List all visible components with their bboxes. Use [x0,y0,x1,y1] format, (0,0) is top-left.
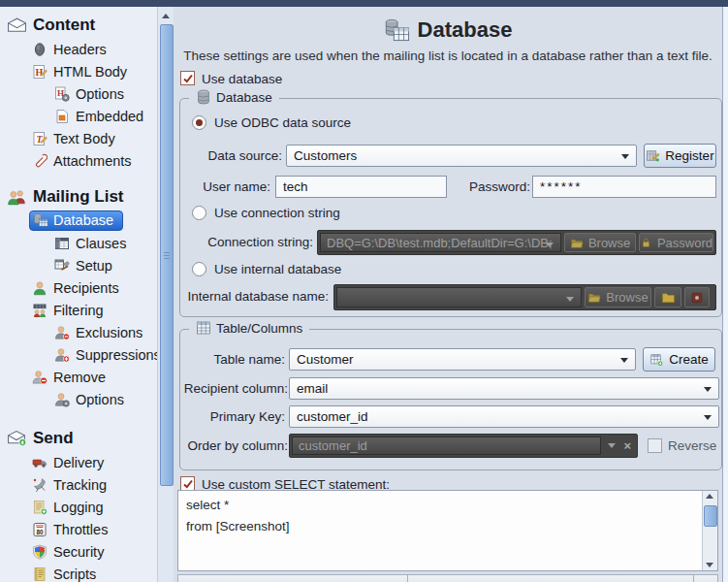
folder-open-icon [570,237,584,249]
password-button-label: Password [657,236,712,250]
section-label: Send [33,429,74,448]
view-results-button[interactable]: View Results [408,575,694,582]
sql-scrollbar[interactable] [702,491,717,570]
paperclip-icon [32,153,47,169]
sidebar-item-remove-options[interactable]: Options [0,388,157,410]
chevron-up-icon[interactable] [706,494,713,499]
item-label: Embedded [76,109,143,124]
sidebar-section-content[interactable]: Content [0,13,157,38]
table-name-combobox[interactable]: Customer [289,348,636,371]
register-button-label: Register [665,148,713,163]
scroll-up-button[interactable] [159,9,173,22]
register-button[interactable]: Register [644,144,716,168]
recipient-column-combobox[interactable]: email [289,377,719,400]
data-source-combobox[interactable]: Customers [286,145,637,167]
table-name-value: Customer [297,352,354,367]
sidebar-item-scripts[interactable]: Scripts [0,563,157,582]
sidebar-item-delivery[interactable]: Delivery [0,451,157,473]
data-source-label: Data source: [194,145,282,167]
use-database-label: Use database [202,72,282,86]
chevron-down-icon[interactable] [706,563,713,567]
person-green-icon [32,280,47,296]
primary-key-combobox[interactable]: customer_id [289,405,719,428]
head-bust-icon [32,42,47,57]
sidebar-item-embedded[interactable]: Embedded [0,105,157,127]
bottom-button-bar: "#" Insert Column View Results = [177,574,718,582]
internal-database-radio[interactable] [192,262,206,276]
folder-button-disabled [654,287,681,307]
sidebar-item-setup[interactable]: Setup [0,254,157,276]
connection-string-label: Connection string: [188,231,313,253]
sidebar-item-headers[interactable]: Headers [0,38,157,60]
insert-column-button[interactable]: "#" Insert Column [178,575,408,582]
chevron-down-icon[interactable] [704,415,712,420]
html-options-icon: H [54,86,70,102]
sidebar-item-recipients[interactable]: Recipients [0,276,157,299]
internal-database-name-label: Internal database name: [187,285,329,307]
data-source-value: Customers [294,148,357,163]
create-button[interactable]: Create [643,347,715,372]
connection-string-radio[interactable] [192,206,206,220]
item-label: Database [53,212,113,228]
sidebar-item-html-options[interactable]: H Options [0,82,157,105]
chevron-down-icon [608,443,616,448]
sidebar-item-throttles[interactable]: 80 Throttles [0,518,157,540]
database-title-icon [384,18,410,42]
connection-string-radio-label: Use connection string [214,206,340,220]
custom-select-checkbox[interactable] [180,476,195,491]
internal-database-radio-label: Use internal database [214,262,341,276]
sidebar-item-suppressions[interactable]: Suppressions [0,343,157,366]
recipient-column-label: Recipient column: [183,377,288,400]
text-letter-icon: T [32,131,47,146]
chevron-down-icon[interactable] [704,387,712,392]
user-name-field[interactable]: tech [275,176,447,198]
item-label: Setup [76,258,112,274]
odbc-source-radio[interactable] [192,115,206,130]
chevron-down-icon[interactable] [620,358,628,363]
sidebar-scrollbar-thumb[interactable] [160,24,174,486]
browse-button-label: Browse [606,290,648,305]
chevron-down-icon[interactable] [621,154,629,159]
page-subtitle: These settings are used when the mailing… [174,48,722,63]
browse-button-label: Browse [588,236,630,250]
database-group: Database Use ODBC data source Data sourc… [179,98,722,317]
sql-scrollbar-thumb[interactable] [704,505,717,527]
user-name-label: User name: [194,176,270,198]
folder-open-icon [587,291,601,304]
item-label: Throttles [53,522,108,537]
internal-browse-button-disabled: Browse [585,287,651,307]
sidebar-item-security[interactable]: Security [0,540,157,563]
sidebar-section-send[interactable]: Send [0,426,157,451]
sidebar-item-logging[interactable]: Logging [0,496,157,518]
table-name-label: Table name: [193,348,285,371]
sidebar-item-clauses[interactable]: Clauses [0,232,157,254]
sidebar-item-database[interactable]: Database [0,210,157,232]
table-grid-icon [196,320,211,336]
item-label: Suppressions [76,347,157,363]
sidebar-item-exclusions[interactable]: Exclusions [0,321,157,343]
password-field[interactable]: ****** [532,176,716,198]
sidebar-item-text-body[interactable]: T Text Body [0,127,157,149]
sidebar-item-filtering[interactable]: Filtering [0,299,157,321]
sidebar-item-html-body[interactable]: H HTML Body [0,60,157,82]
sidebar-item-tracking[interactable]: Tracking [0,473,157,496]
connection-string-value: DBQ=G:\DB\test.mdb;DefaultDir=G:\DB; [327,236,553,250]
password-label: Password: [469,176,528,198]
database-settings-panel: Database These settings are used when th… [174,7,722,582]
sidebar-item-attachments[interactable]: Attachments [0,149,157,172]
odbc-source-radio-label: Use ODBC data source [214,115,351,130]
sidebar-item-remove[interactable]: Remove [0,366,157,388]
collapse-button[interactable]: = [694,575,717,582]
sql-statement-textarea[interactable]: select * from [Screenshot] [186,495,698,568]
connection-string-combobox-disabled: DBQ=G:\DB\test.mdb;DefaultDir=G:\DB; [320,233,561,252]
use-database-checkbox[interactable] [180,71,195,85]
item-label: Options [76,392,124,407]
item-label: Text Body [53,131,115,146]
sidebar-section-mailing-list[interactable]: Mailing List [0,184,157,210]
item-label: Logging [53,500,104,515]
script-sheet-icon [32,566,47,582]
check-icon [182,478,194,490]
sidebar-scrollbar[interactable] [157,7,174,582]
item-label: HTML Body [53,64,127,80]
register-icon [646,148,660,163]
